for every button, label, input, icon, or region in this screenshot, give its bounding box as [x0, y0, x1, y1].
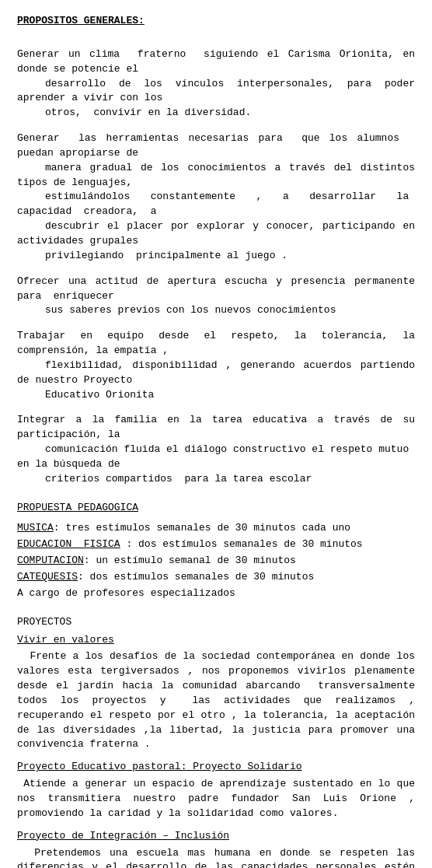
proyectos-section: PROYECTOS Vivir en valores Frente a los …	[17, 615, 415, 868]
propuesta-musica: MUSICA: tres estímulos semanales de 30 m…	[17, 521, 415, 536]
proyecto-vivir-text: Frente a los desafíos de la sociedad con…	[17, 649, 415, 752]
catequesis-label: CATEQUESIS	[17, 571, 78, 583]
proposito-item-1: Generar un clima fraterno siguiendo el C…	[17, 47, 415, 121]
proyecto-inclusion-text: Pretendemos una escuela mas humana en do…	[17, 846, 415, 869]
musica-text: : tres estímulos semanales de 30 minutos…	[54, 522, 350, 534]
proyecto-inclusion: Proyecto de Integración – Inclusión Pret…	[17, 829, 415, 868]
propuesta-catequesis: CATEQUESIS: dos estímulos semanales de 3…	[17, 570, 415, 585]
page-container: PROPOSITOS GENERALES: Generar un clima f…	[17, 14, 415, 868]
proyecto-solidario: Proyecto Educativo pastoral: Proyecto So…	[17, 760, 415, 821]
proposito-item-2: Generar las herramientas necesarias para…	[17, 131, 415, 264]
proyecto-inclusion-name: Proyecto de Integración – Inclusión	[17, 829, 415, 846]
computacion-label: COMPUTACION	[17, 555, 84, 566]
educacion-label: EDUCACION FISICA	[17, 538, 120, 550]
proposito-item-5: Integrar a la familia en la tarea educat…	[17, 413, 415, 486]
proyecto-solidario-text: Atiende a generar un espacio de aprendiz…	[17, 777, 415, 821]
catequesis-text: : dos estímulos semanales de 30 minutos	[78, 571, 314, 583]
proposito-item-4: Trabajar en equipo desde el respeto, la …	[17, 329, 415, 402]
proyectos-title: PROYECTOS	[17, 615, 415, 630]
propuesta-computacion: COMPUTACION: un estímulo semanal de 30 m…	[17, 554, 415, 569]
propuesta-section: PROPUESTA PEDAGOGICA MUSICA: tres estímu…	[17, 501, 415, 601]
proyecto-solidario-name: Proyecto Educativo pastoral: Proyecto So…	[17, 760, 415, 777]
proposito-item-3: Ofrecer una actitud de apertura escucha …	[17, 275, 415, 319]
propositos-title: PROPOSITOS GENERALES:	[17, 14, 145, 29]
propuesta-title: PROPUESTA PEDAGOGICA	[17, 501, 415, 516]
computacion-text: : un estímulo semanal de 30 minutos	[84, 555, 296, 566]
proyecto-vivir-name: Vivir en valores	[17, 633, 415, 650]
educacion-text: : dos estímulos semanales de 30 minutos	[120, 538, 363, 550]
propuesta-educacion: EDUCACION FISICA : dos estímulos semanal…	[17, 537, 415, 552]
musica-label: MUSICA	[17, 522, 54, 534]
propuesta-footer: A cargo de profesores especializados	[17, 586, 415, 601]
proyecto-vivir: Vivir en valores Frente a los desafíos d…	[17, 633, 415, 753]
propositos-section: PROPOSITOS GENERALES: Generar un clima f…	[17, 14, 415, 487]
